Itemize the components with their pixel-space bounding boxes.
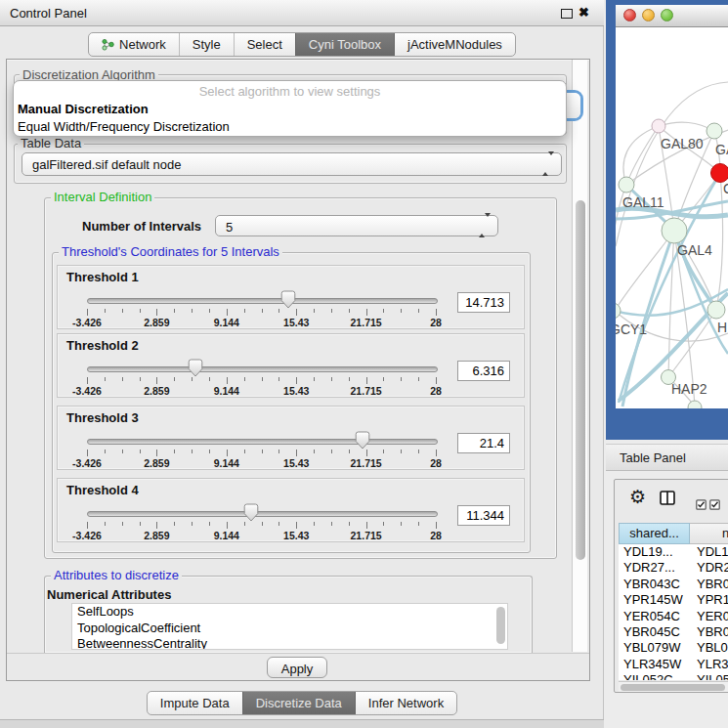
threshold-value-field[interactable]: [457, 292, 510, 313]
table-row[interactable]: YBL079WYBL079W: [619, 640, 728, 656]
tick-mark: [383, 377, 384, 381]
cell-name: YDL19: [697, 544, 728, 559]
tab-select[interactable]: Select: [234, 33, 295, 56]
tab-infer-network[interactable]: Infer Network: [355, 692, 456, 714]
attribute-item-selfloops[interactable]: SelfLoops: [72, 604, 507, 621]
threshold-value-field[interactable]: [457, 433, 510, 453]
threshold-slider[interactable]: -3.4262.8599.14415.4321.71528: [87, 503, 436, 540]
window-bottom-edge: [0, 719, 604, 728]
table-row[interactable]: YDL19...YDL19: [619, 544, 728, 560]
split-column-icon[interactable]: [660, 491, 675, 509]
popup-item-equal-width-frequency-discretization[interactable]: Equal Width/Frequency Discretization: [18, 118, 562, 136]
table-row[interactable]: YPR145WYPR145W: [619, 592, 728, 608]
tick-mark: [383, 522, 384, 526]
threshold-value-field[interactable]: [457, 505, 510, 526]
tick-mark: [227, 377, 228, 384]
network-node-gal80[interactable]: [652, 119, 665, 133]
tick-mark: [278, 377, 279, 381]
tick-mark: [156, 522, 157, 529]
network-node-gal4[interactable]: [662, 218, 687, 243]
slider-tick-labels: -3.4262.8599.14415.4321.71528: [87, 457, 436, 469]
tick-mark: [349, 450, 350, 453]
slider-handle[interactable]: [188, 359, 203, 377]
close-icon[interactable]: ✖: [578, 5, 589, 20]
table-row[interactable]: YBR045CYBR045C: [619, 624, 728, 640]
tab-label: Cyni Toolbox: [309, 33, 381, 56]
attributes-scrollbar-thumb[interactable]: [496, 607, 505, 644]
table-horizontal-scrollbar[interactable]: [619, 681, 728, 692]
tick-mark: [174, 377, 175, 381]
table-row[interactable]: YER054CYER054C: [619, 609, 728, 624]
tick-mark: [174, 450, 175, 453]
table-row[interactable]: YIL052CYIL052C: [619, 672, 728, 680]
close-traffic-light-icon[interactable]: [623, 9, 636, 21]
slider-handle[interactable]: [280, 290, 296, 309]
threshold-value-field[interactable]: [457, 361, 510, 381]
table-scrollbar-thumb[interactable]: [621, 684, 725, 691]
tick-label: 9.144: [214, 317, 239, 328]
threshold-label: Threshold 4: [66, 483, 139, 497]
tick-mark: [209, 309, 210, 313]
threshold-slider[interactable]: -3.4262.8599.14415.4321.71528: [87, 359, 436, 396]
tick-label: 2.859: [144, 457, 169, 469]
popup-item-manual-discretization[interactable]: Manual Discretization: [18, 101, 562, 118]
tick-label: 15.43: [283, 317, 309, 328]
table-row[interactable]: YBR043CYBR043C: [619, 577, 728, 592]
threshold-slider[interactable]: -3.4262.8599.14415.4321.71528: [87, 431, 436, 468]
tick-mark: [262, 309, 263, 313]
zoom-traffic-light-icon[interactable]: [661, 9, 673, 21]
tick-mark: [105, 309, 106, 313]
tick-label: 15.43: [283, 385, 309, 397]
slider-track[interactable]: [87, 511, 438, 517]
network-node-h[interactable]: [707, 301, 725, 319]
numerical-attributes-list[interactable]: SelfLoopsTopologicalCoefficientBetweenne…: [71, 603, 508, 650]
tab-style[interactable]: Style: [179, 33, 234, 56]
tick-mark: [331, 309, 332, 313]
tab-impute-data[interactable]: Impute Data: [148, 692, 242, 714]
table-row[interactable]: YLR345WYLR345W: [619, 657, 728, 672]
slider-track[interactable]: [87, 298, 438, 304]
attribute-item-topologicalcoefficient[interactable]: TopologicalCoefficient: [72, 621, 507, 637]
network-node-gal11[interactable]: [619, 177, 634, 193]
content-scrollbar-thumb[interactable]: [576, 200, 585, 560]
tick-mark: [244, 450, 245, 453]
apply-button[interactable]: Apply: [267, 657, 327, 678]
checkbox-icon[interactable]: [709, 496, 720, 514]
table-data-combobox[interactable]: galFiltered.sif default node: [21, 152, 562, 176]
minimize-traffic-light-icon[interactable]: [642, 9, 655, 21]
slider-track[interactable]: [87, 439, 438, 445]
network-node-ga[interactable]: [707, 123, 722, 139]
table-header-name[interactable]: name: [690, 523, 728, 544]
tab-cyni-toolbox[interactable]: Cyni Toolbox: [295, 33, 394, 56]
float-window-icon[interactable]: [561, 9, 573, 19]
attributes-list-scrollbar[interactable]: [495, 606, 506, 649]
network-canvas[interactable]: GAL80GACGAL11GAL4GCY1HHAP2: [616, 27, 728, 408]
node-label-c: C: [723, 181, 728, 196]
threshold-slider[interactable]: -3.4262.8599.14415.4321.71528: [87, 290, 436, 327]
tick-mark: [244, 377, 245, 381]
tab-network[interactable]: Network: [89, 33, 179, 56]
panel-title: Control Panel: [10, 6, 87, 21]
tick-label: 2.859: [144, 530, 169, 541]
network-node-gcy1[interactable]: [616, 303, 621, 319]
attribute-item-betweennesscentrality[interactable]: BetweennessCentrality: [72, 636, 507, 650]
tick-mark: [87, 522, 88, 529]
gear-icon[interactable]: ⚙: [629, 488, 646, 506]
slider-handle[interactable]: [355, 431, 370, 450]
tick-mark: [314, 309, 315, 313]
checkbox-icon[interactable]: [696, 496, 707, 514]
table-header-shared-name[interactable]: shared...: [619, 523, 690, 544]
tab-label: Style: [193, 33, 221, 56]
table-row[interactable]: YDR27...YDR27: [619, 560, 728, 576]
number-of-intervals-combobox[interactable]: 5: [215, 215, 498, 236]
tab-jactivemnodules[interactable]: jActiveMNodules: [394, 33, 515, 56]
tab-discretize-data[interactable]: Discretize Data: [242, 692, 355, 714]
network-node-c[interactable]: [711, 164, 728, 183]
tick-mark: [331, 522, 332, 526]
tick-mark: [401, 309, 402, 313]
node-label-hap2: HAP2: [671, 381, 707, 397]
content-vertical-scrollbar[interactable]: [572, 60, 587, 652]
network-node[interactable]: [688, 401, 702, 408]
slider-handle[interactable]: [243, 503, 259, 522]
slider-track[interactable]: [87, 366, 438, 372]
